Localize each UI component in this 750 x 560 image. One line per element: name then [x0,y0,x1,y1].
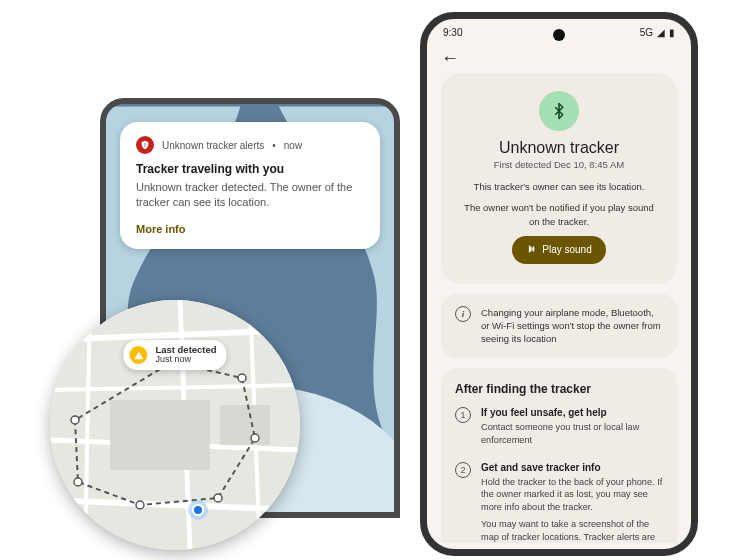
step-2-icon: 2 [455,462,471,478]
after-finding-card: After finding the tracker 1 If you feel … [441,368,677,543]
notification-card[interactable]: Unknown tracker alerts • now Tracker tra… [120,122,380,249]
info-card: i Changing your airplane mode, Bluetooth… [441,294,677,358]
status-time: 9:30 [443,27,462,38]
map-last-detected-pill[interactable]: Last detected Just now [123,340,226,370]
step-1-icon: 1 [455,407,471,423]
svg-rect-4 [220,405,270,445]
bluetooth-icon [539,91,579,131]
svg-point-8 [214,494,222,502]
svg-point-6 [238,374,246,382]
info-icon: i [455,306,471,322]
notification-app-name: Unknown tracker alerts [162,140,264,151]
shield-alert-icon [136,136,154,154]
notification-time: now [284,140,302,151]
step-1-title: If you feel unsafe, get help [481,406,663,420]
step-1-body: Contact someone you trust or local law e… [481,421,663,447]
status-network: 5G [640,27,653,38]
step-2-body: Hold the tracker to the back of your pho… [481,476,663,515]
info-text: Changing your airplane mode, Bluetooth, … [481,306,663,346]
warning-triangle-icon [127,344,149,366]
svg-point-13 [193,505,203,515]
notification-more-info-button[interactable]: More info [136,223,364,235]
toolbar: ← [427,42,691,73]
step-2-title: Get and save tracker info [481,461,663,475]
svg-point-10 [74,478,82,486]
map-circle: Last detected Just now [50,300,300,550]
svg-point-11 [71,416,79,424]
scroll-area[interactable]: Unknown tracker First detected Dec 10, 8… [427,73,691,543]
svg-point-9 [136,501,144,509]
step-2-body2: You may want to take a screenshot of the… [481,518,663,543]
phone-right-frame: 9:30 5G ◢ ▮ ← Unknown tracker First dete… [420,12,698,556]
play-sound-button[interactable]: Play sound [512,236,605,264]
play-sound-label: Play sound [542,244,591,255]
notification-title: Tracker traveling with you [136,162,364,176]
map-pill-subtitle: Just now [155,354,191,364]
front-camera [553,29,565,41]
tracker-line2: The owner won't be notified if you play … [461,201,657,228]
signal-icon: ◢ [657,27,665,38]
notification-body: Unknown tracker detected. The owner of t… [136,180,364,211]
tracker-hero-card: Unknown tracker First detected Dec 10, 8… [441,73,677,284]
battery-icon: ▮ [669,27,675,38]
notification-header: Unknown tracker alerts • now [136,136,364,154]
after-item-1: 1 If you feel unsafe, get help Contact s… [455,406,663,451]
tracker-title: Unknown tracker [461,139,657,157]
after-item-2: 2 Get and save tracker info Hold the tra… [455,461,663,543]
svg-point-7 [251,434,259,442]
svg-rect-3 [110,400,210,470]
tracker-subtitle: First detected Dec 10, 8:45 AM [461,159,657,170]
back-arrow-icon[interactable]: ← [441,48,459,68]
tracker-line1: This tracker's owner can see its locatio… [461,180,657,193]
map-svg [50,300,300,550]
after-heading: After finding the tracker [455,382,663,396]
sound-icon [526,244,536,256]
